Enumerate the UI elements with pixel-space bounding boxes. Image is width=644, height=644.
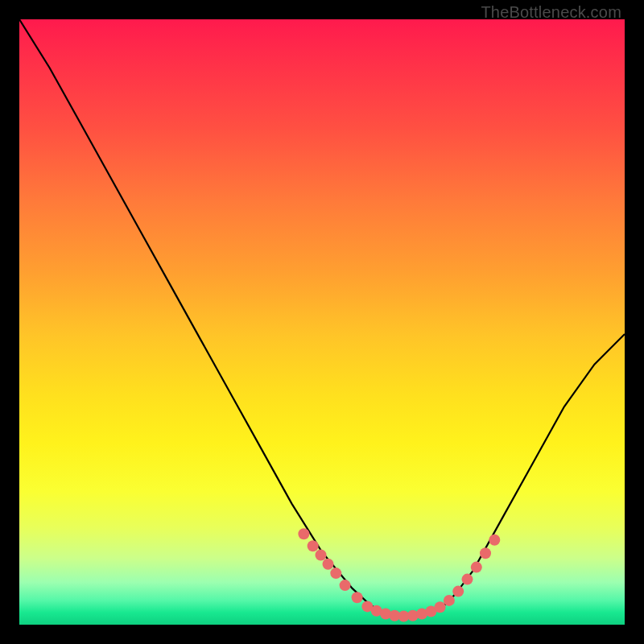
data-point xyxy=(471,562,482,573)
data-point xyxy=(489,535,500,546)
data-point xyxy=(444,595,455,606)
data-point xyxy=(323,559,334,570)
marker-group xyxy=(298,528,500,621)
plot-area xyxy=(19,19,625,625)
data-point xyxy=(462,574,473,585)
data-point xyxy=(308,540,319,551)
data-point xyxy=(316,550,327,561)
chart-svg xyxy=(19,19,625,625)
data-point xyxy=(330,568,341,579)
bottleneck-curve xyxy=(19,19,625,617)
data-point xyxy=(352,592,363,603)
data-point xyxy=(298,528,309,539)
data-point xyxy=(452,586,464,597)
data-point xyxy=(340,580,351,591)
chart-stage: TheBottleneck.com xyxy=(0,0,644,644)
data-point xyxy=(480,547,491,559)
data-point xyxy=(435,601,446,613)
